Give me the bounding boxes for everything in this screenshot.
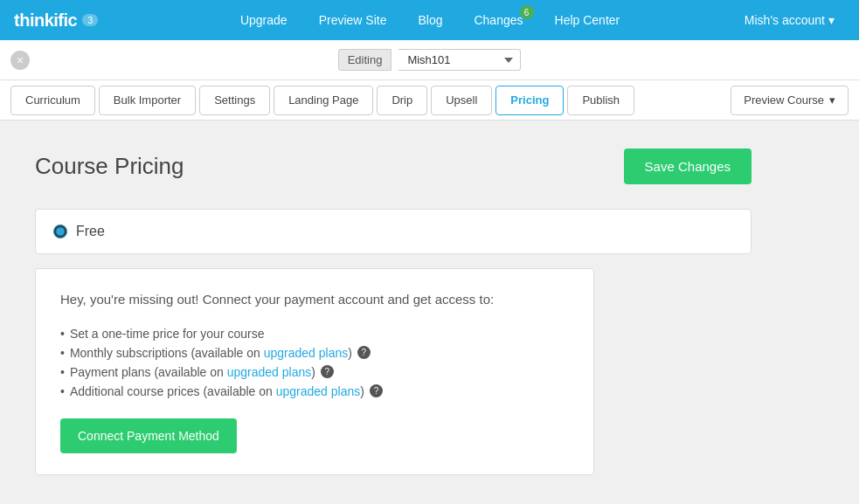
help-icon-1[interactable]: ? [357, 346, 371, 359]
tab-bulk-importer[interactable]: Bulk Importer [99, 86, 196, 115]
page-header: Course Pricing Save Changes [35, 148, 752, 184]
list-item: Set a one-time price for your course [60, 324, 569, 343]
tab-settings[interactable]: Settings [199, 86, 270, 115]
upgraded-plans-link-2[interactable]: upgraded plans [227, 365, 312, 379]
close-icon: × [17, 53, 24, 67]
course-select[interactable]: Mish101 [398, 49, 521, 71]
help-icon-2[interactable]: ? [321, 365, 334, 378]
preview-course-label: Preview Course [744, 93, 824, 107]
nav-preview-site[interactable]: Preview Site [303, 0, 403, 40]
tab-curriculum[interactable]: Curriculum [10, 86, 95, 115]
free-label: Free [76, 224, 105, 239]
account-label: Mish's account [745, 13, 825, 27]
chevron-down-icon: ▾ [829, 93, 835, 107]
brand-name: thinkific [14, 10, 77, 31]
changes-badge: 6 [520, 5, 534, 19]
list-item-text: Set a one-time price for your course [70, 327, 265, 341]
nav-links: Upgrade Preview Site Blog Changes 6 Help… [126, 0, 734, 40]
upgraded-plans-link-1[interactable]: upgraded plans [264, 346, 349, 360]
connect-payment-button[interactable]: Connect Payment Method [60, 418, 237, 453]
info-list: Set a one-time price for your course Mon… [60, 324, 569, 401]
list-item: Payment plans (available on upgraded pla… [60, 362, 569, 382]
nav-upgrade[interactable]: Upgrade [225, 0, 303, 40]
list-item: Additional course prices (available on u… [60, 382, 569, 401]
tab-upsell[interactable]: Upsell [431, 86, 492, 115]
brand-badge: 3 [82, 14, 98, 26]
editing-bar: × Editing Mish101 [0, 40, 859, 80]
free-radio[interactable] [53, 224, 67, 238]
tab-landing-page[interactable]: Landing Page [274, 86, 373, 115]
nav-help-center[interactable]: Help Center [539, 0, 636, 40]
editing-label: Editing [338, 49, 392, 71]
save-changes-button[interactable]: Save Changes [624, 148, 752, 184]
preview-course-button[interactable]: Preview Course ▾ [731, 86, 849, 115]
tab-publish[interactable]: Publish [567, 86, 634, 115]
list-item-text: Additional course prices (available on u… [70, 384, 364, 398]
list-item-text: Payment plans (available on upgraded pla… [70, 365, 315, 379]
upgraded-plans-link-3[interactable]: upgraded plans [276, 384, 361, 398]
close-editing-button[interactable]: × [10, 51, 30, 70]
page-title: Course Pricing [35, 153, 184, 180]
list-item-text: Monthly subscriptions (available on upgr… [70, 346, 352, 360]
help-icon-3[interactable]: ? [370, 384, 383, 397]
tab-drip[interactable]: Drip [377, 86, 427, 115]
tab-bar: Curriculum Bulk Importer Settings Landin… [0, 80, 859, 121]
main-content: Course Pricing Save Changes Free Hey, yo… [0, 121, 786, 503]
tab-pricing[interactable]: Pricing [495, 86, 564, 115]
top-nav: thinkific 3 Upgrade Preview Site Blog Ch… [0, 0, 859, 40]
free-pricing-option: Free [35, 209, 752, 254]
nav-changes[interactable]: Changes 6 [458, 0, 538, 40]
brand: thinkific 3 [14, 10, 98, 31]
account-menu[interactable]: Mish's account ▾ [734, 0, 845, 40]
info-box: Hey, you're missing out! Connect your pa… [35, 268, 594, 475]
nav-right: Mish's account ▾ [734, 0, 845, 40]
chevron-down-icon: ▾ [828, 13, 835, 27]
nav-blog[interactable]: Blog [402, 0, 458, 40]
list-item: Monthly subscriptions (available on upgr… [60, 343, 569, 362]
info-box-title: Hey, you're missing out! Connect your pa… [60, 290, 569, 310]
